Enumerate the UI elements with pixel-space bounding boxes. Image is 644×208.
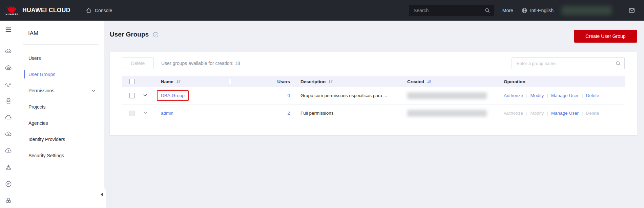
service-rail: IP [0,21,17,208]
users-count-link[interactable]: 2 [287,111,290,116]
topbar-right: More Intl-English [409,5,644,16]
column-label: Operation [504,79,525,84]
sidebar-item-label: Agencies [28,120,48,126]
sort-icon[interactable] [176,79,181,84]
sidebar-collapse-handle[interactable] [101,193,103,196]
sidebar-item-user-groups[interactable]: User Groups [17,66,104,83]
group-search [512,57,625,69]
column-label: Description [300,79,326,84]
sort-icon[interactable] [328,79,333,84]
rail-item-cloud-server-alt[interactable] [0,60,17,76]
select-all-checkbox[interactable] [129,79,135,84]
users-count-link[interactable]: 0 [287,93,290,98]
sort-icon[interactable] [427,79,432,84]
topbar-divider [78,7,78,14]
operation-separator: | [526,93,527,98]
create-user-group-button[interactable]: Create User Group [574,30,637,43]
sidebar-item-agencies[interactable]: Agencies [17,115,104,131]
operation-cell: Authorize|Modify|Manage User|Delete [499,111,625,116]
global-search [409,5,494,16]
sidebar-item-identity-providers[interactable]: Identity Providers [17,131,104,147]
cloud-upload-icon [5,131,12,138]
description-cell: Full permissions [292,111,404,116]
op-manage-user-link[interactable]: Manage User [551,93,579,98]
help-icon[interactable]: ? [153,32,159,38]
row-checkbox[interactable] [129,93,135,98]
column-header-users: Users [229,79,292,84]
cloud-icon [5,114,12,121]
sidebar-item-permissions[interactable]: Permissions [17,83,104,99]
table-row-admin: admin2Full permissionsAuthorize|Modify|M… [122,105,625,122]
chevron-down-icon[interactable] [143,111,147,115]
chevron-down-icon [91,89,96,93]
huawei-flower-icon [7,5,17,14]
sidebar-item-users[interactable]: Users [17,50,104,66]
rail-item-hexagons[interactable] [0,192,17,208]
created-cell [404,110,499,117]
search-icon[interactable] [615,61,621,66]
mail-icon[interactable] [628,7,635,14]
column-label: Name [161,79,173,84]
chevron-down-icon[interactable] [143,93,147,97]
console-link[interactable]: Console [86,7,112,14]
waves-icon [5,81,12,88]
svg-text:IP: IP [7,182,10,185]
created-timestamp-redacted [407,92,487,99]
iam-sidebar: IAM UsersUser GroupsPermissionsProjectsA… [17,21,104,208]
op-authorize-link[interactable]: Authorize [504,93,523,98]
group-search-input[interactable] [516,61,615,66]
page-title: User Groups [110,31,149,38]
rail-item-waves[interactable] [0,76,17,93]
rail-item-pyramid[interactable] [0,159,17,176]
rail-item-cloud-upload[interactable] [0,126,17,142]
topbar: HUAWEI HUAWEI CLOUD Console More Intl-En… [0,0,644,21]
column-header-description[interactable]: Description [292,79,404,84]
rail-menu-button[interactable] [5,26,12,35]
operation-separator: | [582,111,583,116]
column-header-name[interactable]: Name [157,79,229,84]
huawei-logo[interactable]: HUAWEI [3,5,20,16]
annotation-highlight-box: DBA-Group [157,90,189,101]
row-expand-cell [143,111,157,116]
sidebar-divider [23,44,98,45]
search-icon[interactable] [484,7,490,13]
sidebar-item-security-settings[interactable]: Security Settings [17,147,104,164]
group-name-link[interactable]: DBA-Group [161,93,185,98]
rail-item-cloud-server[interactable] [0,43,17,60]
rail-item-ip[interactable]: IP [0,176,17,192]
rail-item-storage-device[interactable] [0,93,17,109]
operation-separator: | [547,111,548,116]
sidebar-item-label: Users [28,55,41,61]
rail-item-cloud[interactable] [0,109,17,126]
row-select-cell [122,93,143,98]
sidebar-item-label: User Groups [28,72,55,77]
op-modify-link[interactable]: Modify [531,93,544,98]
column-header-operation: Operation [499,79,625,84]
name-cell: admin [157,111,229,116]
users-cell: 0 [229,93,292,98]
rail-item-cloud-play[interactable] [0,142,17,159]
storage-device-icon [5,97,12,105]
topbar-divider [620,7,620,14]
global-search-input[interactable] [413,7,482,14]
operation-separator: | [582,93,583,98]
group-name-link[interactable]: admin [161,111,173,116]
row-expand-cell [143,93,157,98]
column-header-created[interactable]: Created [404,79,499,84]
delete-button: Delete [122,57,154,69]
console-label: Console [95,8,112,13]
more-menu[interactable]: More [502,8,513,13]
op-delete-link[interactable]: Delete [586,93,599,98]
select-all-cell [122,79,143,84]
user-groups-card: Delete User groups available for creatio… [110,52,637,135]
sidebar-title: IAM [28,30,104,37]
created-timestamp-redacted [407,110,487,117]
menu-icon [5,26,12,33]
sidebar-item-label: Security Settings [28,153,64,158]
created-cell [404,92,499,99]
language-selector[interactable]: Intl-English [521,7,554,14]
column-label: Created [407,79,424,84]
sidebar-item-projects[interactable]: Projects [17,99,104,115]
hexagons-icon [5,197,12,204]
op-manage-user-link[interactable]: Manage User [551,111,579,116]
